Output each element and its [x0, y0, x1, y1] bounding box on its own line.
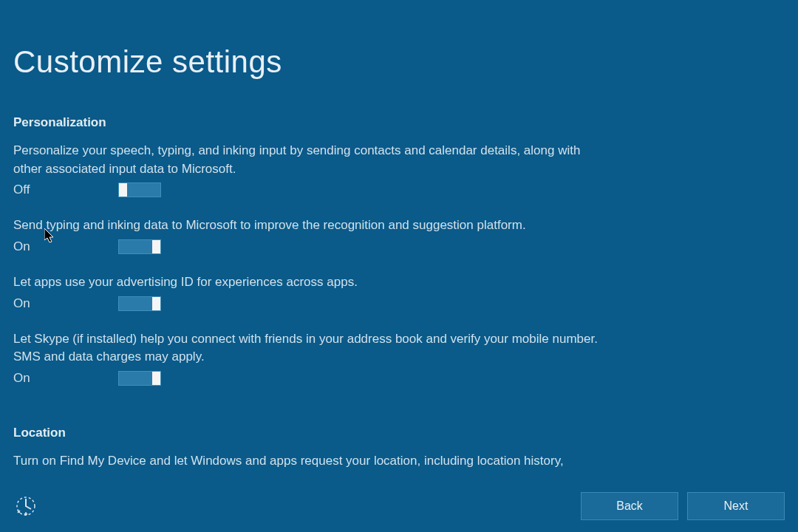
- setting-typing-inking: Send typing and inking data to Microsoft…: [13, 216, 785, 254]
- personalization-section: Personalization Personalize your speech,…: [13, 115, 785, 386]
- toggle-state-label: On: [13, 239, 118, 254]
- toggle-skype[interactable]: [118, 371, 161, 386]
- setting-desc: Send typing and inking data to Microsoft…: [13, 216, 612, 235]
- location-header: Location: [13, 426, 785, 440]
- setting-skype: Let Skype (if installed) help you connec…: [13, 330, 785, 386]
- ease-of-access-icon[interactable]: [13, 494, 38, 519]
- setting-advertising-id: Let apps use your advertising ID for exp…: [13, 273, 785, 311]
- toggle-thumb: [152, 240, 160, 253]
- toggle-advertising-id[interactable]: [118, 296, 161, 311]
- setting-desc: Personalize your speech, typing, and ink…: [13, 142, 612, 178]
- footer: Back Next: [0, 480, 798, 532]
- toggle-thumb: [152, 297, 160, 310]
- toggle-state-label: On: [13, 371, 118, 386]
- toggle-state-label: On: [13, 296, 118, 311]
- location-desc: Turn on Find My Device and let Windows a…: [13, 452, 612, 471]
- setting-desc: Let Skype (if installed) help you connec…: [13, 330, 612, 366]
- toggle-state-label: Off: [13, 183, 118, 197]
- back-button[interactable]: Back: [581, 492, 678, 520]
- next-button[interactable]: Next: [687, 492, 785, 520]
- toggle-thumb: [152, 372, 160, 385]
- page-title: Customize settings: [13, 44, 785, 80]
- toggle-thumb: [119, 183, 127, 197]
- toggle-typing-inking[interactable]: [118, 239, 161, 254]
- setting-personalize-input: Personalize your speech, typing, and ink…: [13, 142, 785, 197]
- location-section: Location Turn on Find My Device and let …: [13, 426, 785, 471]
- toggle-personalize-input[interactable]: [118, 183, 161, 197]
- personalization-header: Personalization: [13, 115, 785, 130]
- setting-desc: Let apps use your advertising ID for exp…: [13, 273, 612, 292]
